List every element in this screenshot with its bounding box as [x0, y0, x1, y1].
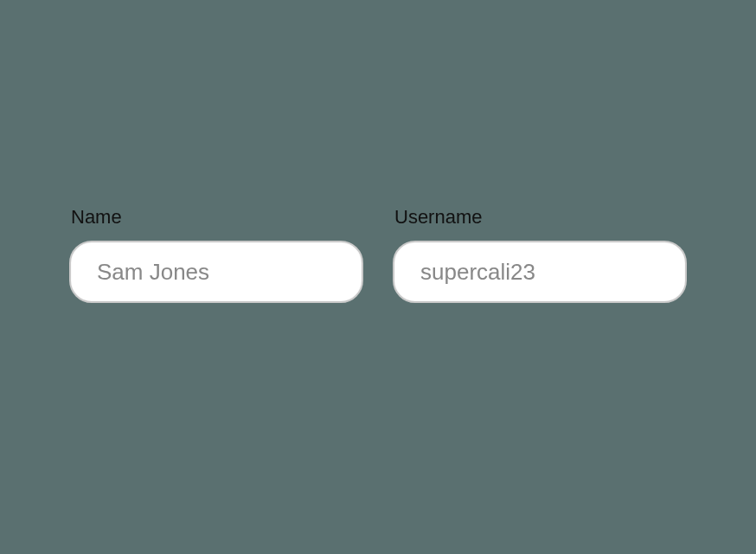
name-field-group: Name: [69, 206, 363, 303]
name-label: Name: [69, 206, 363, 229]
username-field-group: Username: [393, 206, 687, 303]
name-input[interactable]: [69, 241, 363, 303]
username-label: Username: [393, 206, 687, 229]
form-row: Name Username: [69, 206, 687, 303]
username-input[interactable]: [393, 241, 687, 303]
